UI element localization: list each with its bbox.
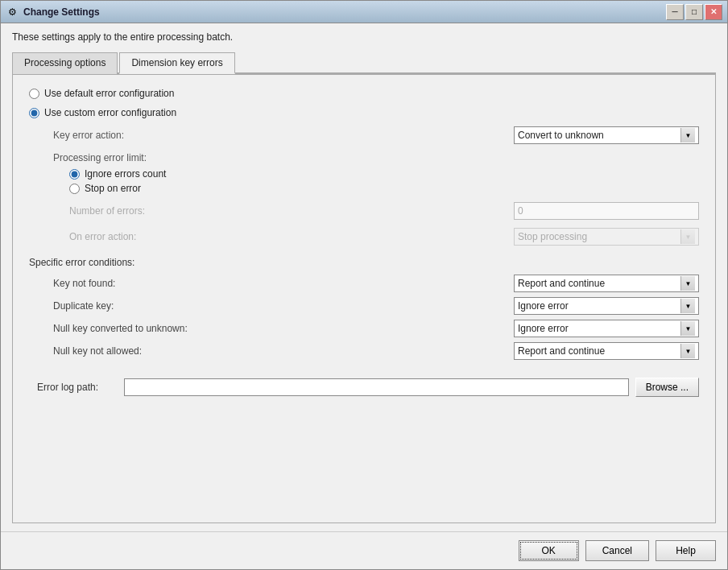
close-button[interactable]: ✕ xyxy=(705,4,722,20)
radio-stop-row: Stop on error xyxy=(69,183,699,194)
error-limit-options: Ignore errors count Stop on error xyxy=(53,168,699,194)
radio-stop[interactable] xyxy=(69,184,80,194)
on-error-action-label: On error action: xyxy=(69,231,509,242)
number-of-errors-input[interactable] xyxy=(514,202,699,220)
key-error-action-value: Convert to unknown xyxy=(518,130,680,141)
error-log-path-label: Error log path: xyxy=(37,382,118,393)
radio-custom[interactable] xyxy=(29,108,39,118)
radio-ignore-row: Ignore errors count xyxy=(69,168,699,180)
number-of-errors-label: Number of errors: xyxy=(69,205,509,217)
key-not-found-dropdown[interactable]: Report and continue ▼ xyxy=(514,275,699,292)
on-error-action-dropdown: Stop processing ▼ xyxy=(514,228,699,246)
title-bar: ⚙ Change Settings ─ □ ✕ xyxy=(1,1,727,23)
title-buttons: ─ □ ✕ xyxy=(666,4,722,20)
help-button[interactable]: Help xyxy=(656,540,716,561)
key-error-action-dropdown[interactable]: Convert to unknown ▼ xyxy=(514,126,699,144)
on-error-action-row: On error action: Stop processing ▼ xyxy=(29,228,699,246)
null-key-converted-dropdown[interactable]: Ignore error ▼ xyxy=(514,320,699,337)
on-error-action-arrow: ▼ xyxy=(680,229,695,244)
duplicate-key-arrow: ▼ xyxy=(680,299,695,313)
radio-custom-label: Use custom error configuration xyxy=(44,107,176,118)
duplicate-key-row: Duplicate key: Ignore error ▼ xyxy=(29,297,699,315)
null-key-converted-arrow: ▼ xyxy=(680,321,695,336)
null-key-converted-label: Null key converted to unknown: xyxy=(53,323,514,334)
bottom-bar: OK Cancel Help xyxy=(1,531,727,569)
minimize-button[interactable]: ─ xyxy=(666,4,684,20)
key-not-found-row: Key not found: Report and continue ▼ xyxy=(29,275,699,292)
error-log-path-input[interactable] xyxy=(124,378,629,396)
radio-default-label: Use default error configuration xyxy=(44,88,174,99)
key-error-action-label: Key error action: xyxy=(53,130,509,141)
duplicate-key-label: Duplicate key: xyxy=(53,300,514,312)
key-not-found-label: Key not found: xyxy=(53,278,514,289)
tab-processing-options[interactable]: Processing options xyxy=(12,52,118,74)
main-window: ⚙ Change Settings ─ □ ✕ These settings a… xyxy=(0,0,728,570)
restore-button[interactable]: □ xyxy=(685,4,703,20)
null-key-converted-value: Ignore error xyxy=(518,323,680,334)
null-key-not-allowed-value: Report and continue xyxy=(518,345,680,357)
ok-button[interactable]: OK xyxy=(519,540,579,561)
radio-custom-row: Use custom error configuration xyxy=(29,107,699,118)
key-error-action-row: Key error action: Convert to unknown ▼ xyxy=(29,126,699,144)
on-error-action-value: Stop processing xyxy=(518,231,587,242)
processing-error-limit-label: Processing error limit: xyxy=(53,152,699,163)
null-key-not-allowed-label: Null key not allowed: xyxy=(53,345,514,357)
null-key-converted-row: Null key converted to unknown: Ignore er… xyxy=(29,320,699,337)
key-not-found-arrow: ▼ xyxy=(680,276,695,291)
specific-errors-title: Specific error conditions: xyxy=(29,257,699,268)
title-bar-left: ⚙ Change Settings xyxy=(6,6,100,19)
radio-default[interactable] xyxy=(29,89,39,99)
radio-stop-label: Stop on error xyxy=(85,183,141,194)
tab-bar: Processing options Dimension key errors xyxy=(12,51,716,74)
radio-default-row: Use default error configuration xyxy=(29,88,699,99)
tab-dimension-key-errors[interactable]: Dimension key errors xyxy=(119,52,234,74)
processing-error-section: Processing error limit: Ignore errors co… xyxy=(29,152,699,194)
number-of-errors-row: Number of errors: xyxy=(29,202,699,220)
window-body: These settings apply to the entire proce… xyxy=(1,23,727,531)
null-key-not-allowed-arrow: ▼ xyxy=(680,344,695,358)
specific-errors-section: Specific error conditions: Key not found… xyxy=(29,257,699,365)
description-text: These settings apply to the entire proce… xyxy=(12,31,716,43)
window-title: Change Settings xyxy=(23,6,100,18)
key-not-found-value: Report and continue xyxy=(518,278,680,289)
duplicate-key-dropdown[interactable]: Ignore error ▼ xyxy=(514,297,699,315)
window-icon: ⚙ xyxy=(6,6,19,19)
cancel-button[interactable]: Cancel xyxy=(585,540,649,561)
radio-ignore-label: Ignore errors count xyxy=(85,168,166,180)
null-key-not-allowed-dropdown[interactable]: Report and continue ▼ xyxy=(514,342,699,360)
browse-button[interactable]: Browse ... xyxy=(635,378,699,397)
tab-content: Use default error configuration Use cust… xyxy=(12,74,716,523)
key-error-action-arrow: ▼ xyxy=(680,128,695,142)
duplicate-key-value: Ignore error xyxy=(518,300,680,312)
error-log-path-row: Error log path: Browse ... xyxy=(29,378,699,397)
radio-ignore[interactable] xyxy=(69,169,80,180)
null-key-not-allowed-row: Null key not allowed: Report and continu… xyxy=(29,342,699,360)
